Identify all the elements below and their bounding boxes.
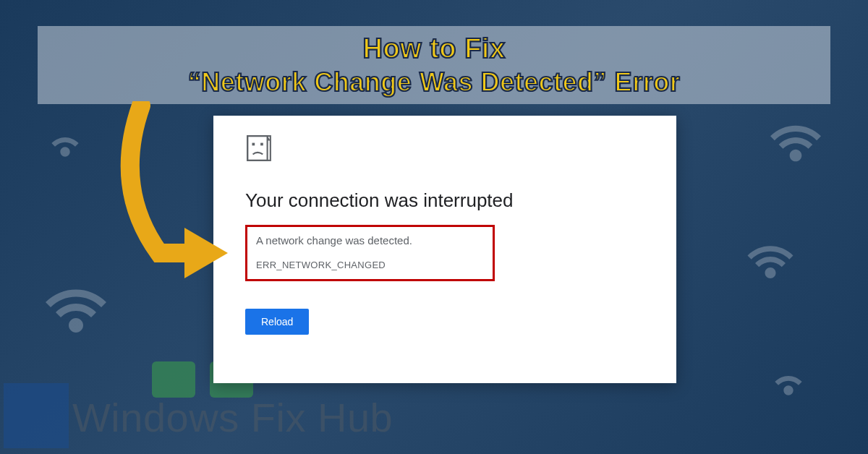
svg-rect-3 [260, 143, 263, 146]
wifi-icon [36, 108, 94, 166]
wifi-icon [33, 260, 119, 347]
background-decoration [152, 361, 195, 398]
reload-button[interactable]: Reload [245, 309, 309, 335]
error-highlight-box: A network change was detected. ERR_NETWO… [245, 225, 495, 281]
title-banner: How to Fix “Network Change Was Detected”… [38, 26, 830, 104]
watermark-text: Windows Fix Hub [72, 395, 393, 440]
svg-rect-0 [247, 136, 267, 160]
title-line-2: “Network Change Was Detected” Error [188, 66, 680, 98]
sad-page-icon [245, 134, 273, 162]
title-line-1: How to Fix [362, 32, 505, 67]
background-decoration [4, 383, 69, 448]
error-description: A network change was detected. [256, 234, 484, 247]
wifi-icon [738, 224, 803, 289]
svg-rect-2 [252, 143, 255, 146]
wifi-icon [760, 101, 832, 174]
error-code: ERR_NETWORK_CHANGED [256, 260, 484, 270]
watermark: Windows Fix Hub [72, 394, 393, 441]
wifi-icon [760, 347, 817, 405]
error-heading: Your connection was interrupted [245, 189, 644, 212]
chrome-error-window: Your connection was interrupted A networ… [213, 116, 676, 383]
